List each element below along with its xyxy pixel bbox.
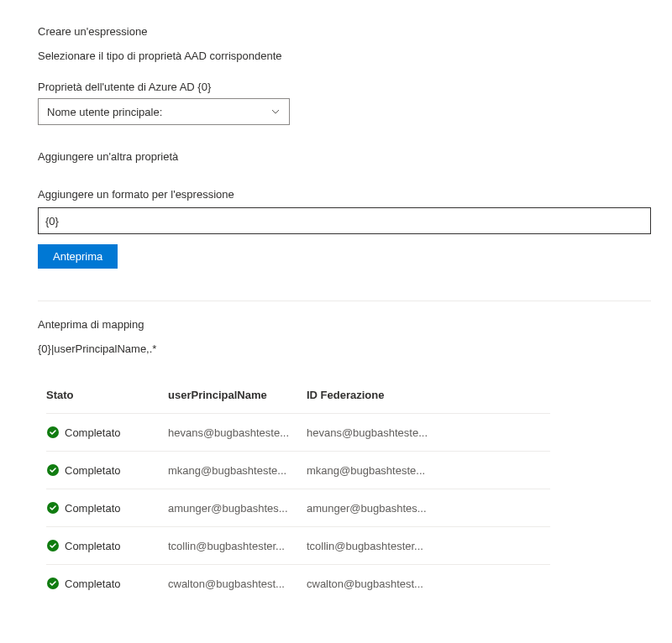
page-title: Creare un'espressione [38,25,634,38]
status-label: Completato [65,578,120,590]
federation-id-cell: hevans@bugbashteste... [307,426,550,439]
upn-cell: tcollin@bugbashtester... [168,540,307,552]
success-check-icon [46,426,60,439]
chevron-down-icon [270,107,281,117]
federation-id-cell: mkang@bugbashteste... [307,464,550,477]
page-subtitle: Selezionare il tipo di proprietà AAD cor… [38,50,634,62]
dropdown-selected-value: Nome utente principale: [47,106,162,118]
mapping-table: Stato userPrincipalName ID Federazione C… [46,380,550,602]
column-header-federation: ID Federazione [307,389,550,401]
federation-id-cell: amunger@bugbashtes... [307,502,550,515]
table-row: Completatocwalton@bugbashtest...cwalton@… [46,564,550,602]
format-label: Aggiungere un formato per l'espressione [38,188,634,201]
format-input[interactable] [38,207,651,234]
status-label: Completato [65,464,120,477]
status-cell: Completato [46,539,168,552]
upn-cell: cwalton@bugbashtest... [168,578,307,590]
table-header: Stato userPrincipalName ID Federazione [46,380,550,413]
status-cell: Completato [46,426,168,439]
success-check-icon [46,577,60,590]
success-check-icon [46,539,60,552]
mapping-expression: {0}|userPrincipalName,.* [38,342,634,355]
property-dropdown[interactable]: Nome utente principale: [38,98,290,125]
status-label: Completato [65,540,120,552]
status-cell: Completato [46,463,168,477]
table-row: Completatomkang@bugbashteste...mkang@bug… [46,451,550,489]
federation-id-cell: tcollin@bugbashtester... [307,540,550,552]
success-check-icon [46,463,60,477]
divider [38,301,651,301]
column-header-upn: userPrincipalName [168,389,307,401]
upn-cell: mkang@bugbashteste... [168,464,307,477]
table-row: Completatoamunger@bugbashtes...amunger@b… [46,489,550,526]
status-label: Completato [65,502,120,515]
federation-id-cell: cwalton@bugbashtest... [307,578,550,590]
table-row: Completatohevans@bugbashteste...hevans@b… [46,413,550,451]
column-header-stato: Stato [46,389,168,401]
status-cell: Completato [46,501,168,515]
add-property-link[interactable]: Aggiungere un'altra proprietà [38,150,634,163]
upn-cell: hevans@bugbashteste... [168,426,307,439]
upn-cell: amunger@bugbashtes... [168,502,307,515]
status-label: Completato [65,426,120,439]
property-label: Proprietà dell'utente di Azure AD {0} [38,81,634,93]
status-cell: Completato [46,577,168,590]
mapping-preview-title: Anteprima di mapping [38,318,634,331]
success-check-icon [46,501,60,515]
preview-button[interactable]: Anteprima [38,244,118,269]
table-row: Completatotcollin@bugbashtester...tcolli… [46,526,550,564]
